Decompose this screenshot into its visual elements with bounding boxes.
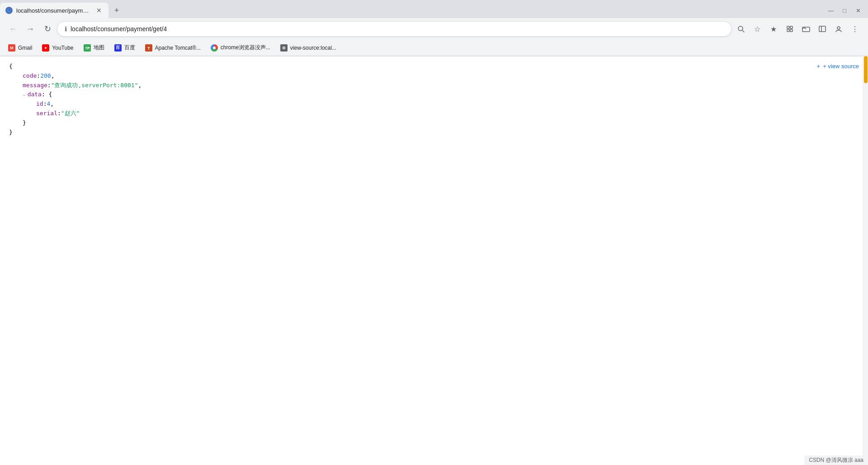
json-colon-data: : { [42, 90, 52, 99]
window-controls: — □ ✕ [825, 4, 868, 17]
status-bar: CSDN @清风微凉 aaa [804, 456, 868, 465]
tab-title: localhost/consumer/payment/ [16, 7, 91, 14]
json-colon-id: : [43, 99, 47, 109]
view-source-plus-icon: + [817, 62, 821, 71]
menu-icon[interactable]: ⋮ [847, 21, 863, 37]
bookmark-label-baidu: 百度 [124, 44, 135, 52]
bookmark-label-tomcat: Apache Tomcat®... [155, 45, 201, 51]
view-source-label: + view source [823, 62, 859, 71]
refresh-button[interactable]: ↻ [40, 21, 55, 37]
active-tab[interactable]: localhost/consumer/payment/ ✕ [0, 3, 108, 18]
content-area: + + view source { code : 200 , message :… [0, 56, 868, 465]
back-button[interactable]: ← [5, 21, 21, 37]
json-value-code: 200 [40, 71, 51, 81]
bookmark-youtube[interactable]: YouTube [38, 42, 78, 53]
json-open-brace: { [9, 62, 13, 71]
json-colon-code: : [37, 71, 40, 81]
json-comma-message: , [138, 81, 142, 90]
json-comma-code: , [51, 71, 55, 81]
scrollbar-thumb[interactable] [864, 56, 868, 83]
json-line-data-close: } [9, 118, 859, 128]
tab-close-button[interactable]: ✕ [95, 6, 103, 14]
gmail-favicon: M [8, 44, 15, 52]
profile-icon[interactable] [831, 21, 846, 37]
svg-point-19 [283, 47, 284, 48]
svg-rect-3 [787, 26, 789, 28]
svg-text:🗺: 🗺 [85, 46, 90, 51]
youtube-favicon [42, 44, 49, 52]
url-input[interactable] [71, 25, 724, 33]
json-comma-id: , [50, 99, 54, 109]
json-value-message: "查询成功,serverPort:8001" [51, 81, 138, 90]
json-key-id: id [36, 99, 43, 109]
sidebar-icon[interactable] [815, 21, 830, 37]
view-source-button[interactable]: + + view source [817, 62, 859, 71]
svg-rect-5 [787, 29, 789, 32]
json-line-serial: serial : "赵六" [9, 109, 859, 118]
json-line-id: id : 4 , [9, 99, 859, 109]
secure-icon: ℹ [65, 25, 67, 33]
json-close-brace: } [9, 128, 13, 137]
bookmark-label-viewsource: view-source:local... [290, 45, 336, 51]
baidu-favicon: 百 [114, 44, 122, 52]
json-line-data-key: - data : { [9, 90, 859, 99]
json-close-data-brace: } [23, 118, 26, 128]
svg-rect-6 [790, 29, 793, 32]
viewsource-favicon [280, 44, 288, 52]
star-icon[interactable]: ★ [766, 21, 781, 37]
json-key-serial: serial [36, 109, 57, 118]
svg-rect-4 [790, 26, 793, 28]
json-line-close: } [9, 128, 859, 137]
extensions-icon[interactable] [782, 21, 797, 37]
bookmark-label-youtube: YouTube [52, 45, 73, 51]
bookmark-star-icon[interactable]: ☆ [750, 21, 765, 37]
svg-point-10 [837, 27, 840, 29]
json-key-data: data [28, 90, 42, 99]
navigation-bar: ← → ↻ ℹ ☆ ★ [0, 18, 868, 40]
json-colon-serial: : [57, 109, 61, 118]
svg-text:T: T [147, 46, 150, 51]
json-value-serial: "赵六" [61, 109, 80, 118]
close-button[interactable]: ✕ [852, 4, 864, 17]
bookmark-tomcat[interactable]: T Apache Tomcat®... [141, 42, 205, 53]
json-content: { code : 200 , message : "查询成功,serverPor… [0, 62, 868, 137]
maps-favicon: 🗺 [84, 44, 91, 52]
bookmark-maps[interactable]: 🗺 地图 [79, 42, 109, 53]
address-bar[interactable]: ℹ [57, 21, 731, 37]
tomcat-favicon: T [145, 44, 152, 52]
new-tab-button[interactable]: + [110, 4, 123, 17]
forward-button[interactable]: → [23, 21, 38, 37]
bookmark-label-gmail: Gmail [18, 45, 32, 51]
collapse-data-button[interactable]: - [23, 91, 26, 99]
toolbar-icons: ☆ ★ [733, 21, 863, 37]
json-colon-message: : [47, 81, 51, 90]
json-key-message: message [23, 81, 47, 90]
status-text: CSDN @清风微凉 aaa [809, 457, 863, 463]
bookmark-viewsource[interactable]: view-source:local... [276, 42, 341, 53]
search-icon[interactable] [733, 21, 749, 37]
svg-line-2 [742, 30, 744, 32]
svg-rect-8 [819, 26, 826, 32]
restore-button[interactable]: □ [838, 4, 851, 17]
tab-bar: localhost/consumer/payment/ ✕ + — □ ✕ [0, 0, 868, 18]
json-line-code: code : 200 , [9, 71, 859, 81]
bookmark-label-chrome-nosound: chrome浏览器没声... [221, 44, 270, 52]
json-line-open: { [9, 62, 859, 71]
bookmark-baidu[interactable]: 百 百度 [110, 42, 140, 53]
scrollbar-track [863, 56, 868, 465]
bookmark-gmail[interactable]: M Gmail [4, 42, 37, 53]
tab-favicon [5, 7, 13, 14]
chrome-nosound-favicon [211, 44, 218, 52]
bookmark-chrome-nosound[interactable]: chrome浏览器没声... [206, 42, 275, 53]
minimize-button[interactable]: — [825, 4, 837, 17]
json-key-code: code [23, 71, 37, 81]
bookmarks-bar: M Gmail YouTube 🗺 地图 百 百度 [0, 40, 868, 56]
browser-chrome: localhost/consumer/payment/ ✕ + — □ ✕ ← … [0, 0, 868, 56]
json-line-message: message : "查询成功,serverPort:8001" , [9, 81, 859, 90]
bookmark-label-maps: 地图 [94, 44, 104, 52]
cast-icon[interactable] [798, 21, 814, 37]
json-value-id: 4 [47, 99, 50, 109]
